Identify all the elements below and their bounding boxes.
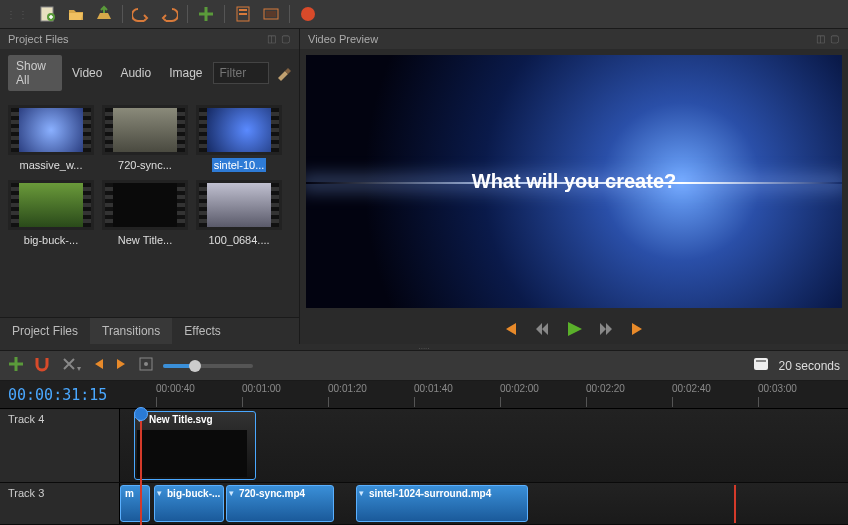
- tab-project-files[interactable]: Project Files: [0, 318, 90, 344]
- timeline-toolbar: ▾ 20 seconds: [0, 350, 848, 381]
- track-body[interactable]: m ▾big-buck-... ▾720-sync.mp4 ▾sintel-10…: [120, 483, 848, 524]
- track-row: Track 4 ▾ New Title.svg: [0, 409, 848, 483]
- project-item[interactable]: New Title...: [102, 180, 188, 247]
- dock-controls[interactable]: ◫ ▢: [816, 33, 840, 45]
- clip-fade-icon: ▾: [137, 414, 142, 424]
- export-icon[interactable]: [298, 4, 318, 24]
- track-row: Track 3 m ▾big-buck-... ▾720-sync.mp4 ▾s…: [0, 483, 848, 525]
- svg-rect-4: [239, 13, 247, 15]
- project-item[interactable]: 100_0684....: [196, 180, 282, 247]
- timeline-ruler[interactable]: 00:00:31:15 00:00:40 00:01:00 00:01:20 0…: [0, 381, 848, 409]
- project-item[interactable]: massive_w...: [8, 105, 94, 172]
- preview-viewport[interactable]: What will you create?: [306, 55, 842, 308]
- fast-forward-icon[interactable]: [597, 320, 615, 338]
- filter-video[interactable]: Video: [64, 62, 110, 84]
- project-item[interactable]: big-buck-...: [8, 180, 94, 247]
- timeline-tracks: Track 4 ▾ New Title.svg Track 3 m ▾big-b…: [0, 409, 848, 525]
- marker-next-icon[interactable]: [115, 357, 129, 374]
- svg-point-9: [144, 362, 148, 366]
- filter-show-all[interactable]: Show All: [8, 55, 62, 91]
- import-icon[interactable]: [196, 4, 216, 24]
- preview-overlay-text: What will you create?: [472, 170, 676, 193]
- timeline-clip[interactable]: ▾big-buck-...: [154, 485, 224, 522]
- edit-cursor: [734, 485, 736, 523]
- save-project-icon[interactable]: [94, 4, 114, 24]
- clear-filter-icon[interactable]: [275, 63, 292, 83]
- undo-icon[interactable]: [131, 4, 151, 24]
- filter-audio[interactable]: Audio: [112, 62, 159, 84]
- zoom-reset-icon[interactable]: [753, 357, 769, 374]
- new-project-icon[interactable]: [38, 4, 58, 24]
- marker-prev-icon[interactable]: [91, 357, 105, 374]
- video-preview-title: Video Preview: [308, 33, 378, 45]
- profile-icon[interactable]: [233, 4, 253, 24]
- playback-controls: [300, 314, 848, 344]
- track-body[interactable]: ▾ New Title.svg: [120, 409, 848, 482]
- tab-effects[interactable]: Effects: [172, 318, 232, 344]
- main-toolbar: ⋮⋮: [0, 0, 848, 29]
- project-item[interactable]: sintel-10...: [196, 105, 282, 172]
- svg-point-7: [301, 7, 315, 21]
- video-preview-panel: Video Preview◫ ▢ What will you create?: [300, 29, 848, 344]
- project-files-title: Project Files: [8, 33, 69, 45]
- track-header[interactable]: Track 3: [0, 483, 120, 524]
- timeline-clip[interactable]: ▾ New Title.svg: [134, 411, 256, 480]
- razor-dropdown-icon[interactable]: ▾: [62, 357, 81, 374]
- timeline-clip[interactable]: ▾720-sync.mp4: [226, 485, 334, 522]
- rewind-icon[interactable]: [533, 320, 551, 338]
- add-track-icon[interactable]: [8, 356, 24, 375]
- timeline-clip[interactable]: ▾sintel-1024-surround.mp4: [356, 485, 528, 522]
- svg-rect-10: [754, 358, 768, 370]
- dock-controls[interactable]: ◫ ▢: [267, 33, 291, 45]
- filter-input[interactable]: [213, 62, 269, 84]
- timecode-display: 00:00:31:15: [0, 381, 120, 408]
- svg-rect-3: [239, 9, 247, 11]
- jump-end-icon[interactable]: [629, 320, 647, 338]
- svg-rect-11: [756, 360, 766, 362]
- track-header[interactable]: Track 4: [0, 409, 120, 482]
- zoom-label: 20 seconds: [779, 359, 840, 373]
- snap-icon[interactable]: [34, 356, 52, 375]
- zoom-slider[interactable]: [163, 364, 253, 368]
- svg-rect-6: [266, 11, 276, 17]
- redo-icon[interactable]: [159, 4, 179, 24]
- jump-start-icon[interactable]: [501, 320, 519, 338]
- center-playhead-icon[interactable]: [139, 357, 153, 374]
- timeline-clip[interactable]: m: [120, 485, 150, 522]
- project-thumbnails: massive_w... 720-sync... sintel-10... bi…: [0, 97, 299, 255]
- play-icon[interactable]: [565, 320, 583, 338]
- project-item[interactable]: 720-sync...: [102, 105, 188, 172]
- fullscreen-icon[interactable]: [261, 4, 281, 24]
- grab-handle[interactable]: ⋮⋮: [6, 9, 30, 20]
- ruler-ticks[interactable]: 00:00:40 00:01:00 00:01:20 00:01:40 00:0…: [120, 381, 848, 408]
- open-project-icon[interactable]: [66, 4, 86, 24]
- filter-image[interactable]: Image: [161, 62, 210, 84]
- project-files-panel: Project Files◫ ▢ Show All Video Audio Im…: [0, 29, 300, 344]
- tab-transitions[interactable]: Transitions: [90, 318, 172, 344]
